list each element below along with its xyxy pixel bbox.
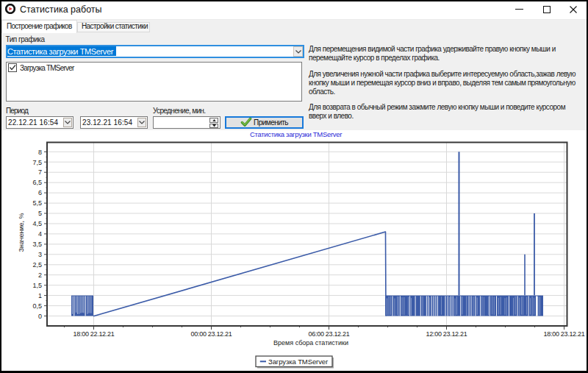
svg-text:4,5: 4,5 bbox=[32, 220, 42, 227]
svg-text:8: 8 bbox=[38, 149, 42, 156]
svg-text:4: 4 bbox=[38, 230, 42, 238]
svg-text:5: 5 bbox=[38, 210, 42, 217]
svg-text:Значение, %: Значение, % bbox=[18, 213, 25, 252]
svg-text:Статистика загрузки TMServer: Статистика загрузки TMServer bbox=[250, 130, 342, 138]
svg-text:7,5: 7,5 bbox=[32, 159, 42, 166]
svg-text:3,5: 3,5 bbox=[32, 241, 42, 248]
svg-text:00:00 23.12.21: 00:00 23.12.21 bbox=[191, 330, 232, 338]
svg-text:1,5: 1,5 bbox=[32, 282, 42, 289]
svg-text:3: 3 bbox=[38, 251, 42, 258]
svg-text:12:00 23.12.21: 12:00 23.12.21 bbox=[426, 330, 467, 338]
svg-text:1: 1 bbox=[38, 292, 42, 299]
svg-text:06:00 23.12.21: 06:00 23.12.21 bbox=[309, 330, 350, 338]
svg-text:6,5: 6,5 bbox=[32, 179, 42, 186]
svg-text:Время сбора статистики: Время сбора статистики bbox=[273, 339, 348, 347]
svg-text:18:00 23.12.21: 18:00 23.12.21 bbox=[544, 330, 585, 338]
svg-text:0: 0 bbox=[38, 313, 42, 320]
svg-text:18:00 22.12.21: 18:00 22.12.21 bbox=[74, 330, 115, 338]
svg-text:7: 7 bbox=[38, 168, 42, 176]
svg-text:6: 6 bbox=[38, 189, 42, 196]
svg-text:5,5: 5,5 bbox=[32, 199, 42, 207]
svg-text:2,5: 2,5 bbox=[32, 261, 42, 269]
svg-text:0,5: 0,5 bbox=[32, 302, 42, 310]
svg-text:2: 2 bbox=[38, 271, 42, 279]
svg-text:Загрузка TMServer: Загрузка TMServer bbox=[268, 358, 328, 366]
